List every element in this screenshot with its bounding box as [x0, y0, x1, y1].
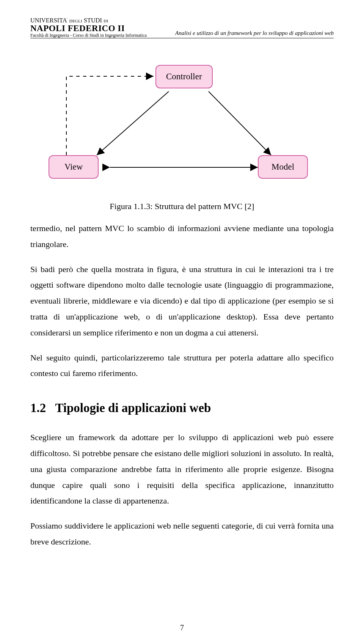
paragraph-5: Possiamo suddividere le applicazioni web…: [30, 518, 334, 550]
section-heading: 1.2 Tipologie di applicazioni web: [30, 401, 334, 415]
svg-line-0: [97, 91, 169, 155]
university-logo-text: UNIVERSITA' DEGLI STUDI DI NAPOLI FEDERI…: [30, 17, 147, 38]
page-number: 7: [0, 623, 364, 632]
uni-line-1: UNIVERSITA' DEGLI STUDI DI: [30, 17, 147, 24]
model-node: Model: [258, 155, 308, 179]
view-node: View: [49, 155, 99, 179]
uni-degli: DEGLI: [69, 19, 82, 23]
page-header: UNIVERSITA' DEGLI STUDI DI NAPOLI FEDERI…: [30, 0, 334, 38]
paragraph-4: Scegliere un framework da adottare per l…: [30, 430, 334, 509]
uni-line-3: Facoltà di Ingegneria - Corso di Studi i…: [30, 33, 147, 38]
uni-studi: STUDI: [84, 17, 102, 24]
svg-line-1: [209, 91, 271, 155]
section-number: 1.2: [30, 401, 46, 415]
paragraph-3: Nel seguito quindi, particolarizzeremo t…: [30, 350, 334, 382]
uni-line-2: NAPOLI FEDERICO II: [30, 24, 147, 33]
uni-apostrophe: ': [67, 17, 68, 21]
mvc-diagram: Controller View Model: [30, 54, 334, 194]
document-title: Analisi e utilizzo di un framework per l…: [175, 30, 334, 38]
paragraph-1: termedio, nel pattern MVC lo scambio di …: [30, 220, 334, 252]
figure-caption: Figura 1.1.3: Struttura del pattern MVC …: [30, 201, 334, 211]
paragraph-2: Si badi però che quella mostrata in figu…: [30, 261, 334, 341]
uni-word: UNIVERSITA: [30, 17, 67, 24]
section-title: Tipologie di applicazioni web: [55, 401, 211, 415]
controller-node: Controller: [155, 65, 213, 88]
uni-di: DI: [104, 19, 108, 23]
